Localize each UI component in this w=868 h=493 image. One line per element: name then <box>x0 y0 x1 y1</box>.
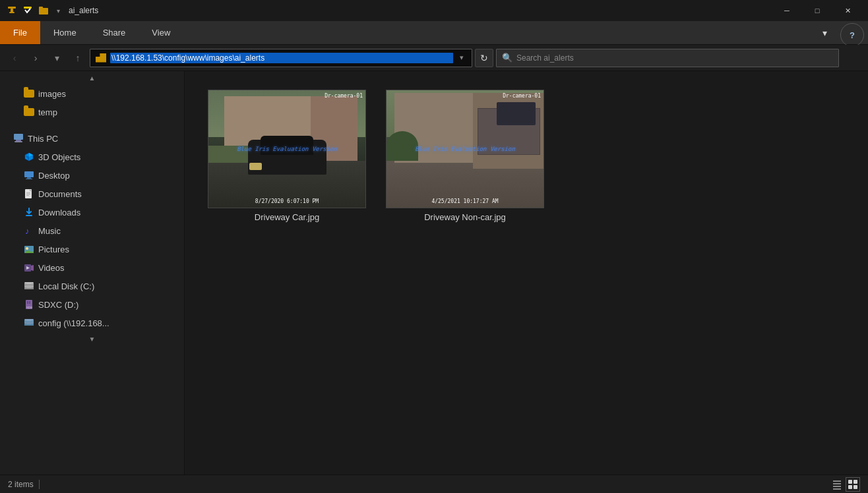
svg-rect-7 <box>16 140 21 141</box>
svg-rect-5 <box>39 7 43 9</box>
svg-rect-6 <box>14 134 23 140</box>
sdxc-icon: SDXC <box>24 299 34 310</box>
svg-rect-46 <box>853 480 857 484</box>
downloads-icon <box>24 207 34 218</box>
status-bar: 2 items <box>0 475 868 493</box>
folder-images-icon <box>24 88 34 99</box>
svg-rect-13 <box>27 177 31 179</box>
folder-icon[interactable] <box>37 4 50 17</box>
music-icon: ♪ <box>24 225 34 236</box>
address-text: \\192.168.1.53\config\www\images\ai_aler… <box>110 53 453 63</box>
refresh-button[interactable]: ↻ <box>475 49 493 67</box>
tab-home[interactable]: Home <box>40 21 90 44</box>
check-icon[interactable] <box>21 4 34 17</box>
sidebar-item-thispc[interactable]: This PC <box>0 129 184 148</box>
sidebar-item-temp[interactable]: temp <box>0 103 184 121</box>
svg-text:SDXC: SDXC <box>26 306 32 309</box>
tab-view[interactable]: View <box>139 21 183 44</box>
minimize-button[interactable]: ─ <box>772 0 802 21</box>
search-icon: 🔍 <box>502 53 512 63</box>
sidebar-item-sdxc[interactable]: SDXC SDXC (D:) <box>0 295 184 314</box>
3d-objects-icon <box>24 152 34 162</box>
window-title: ai_alerts <box>69 6 766 15</box>
tab-share[interactable]: Share <box>90 21 139 44</box>
timestamp-noncar: 4/25/2021 10:17:27 AM <box>431 198 498 204</box>
corner-label-car: Dr-camera-01 <box>325 93 363 99</box>
file-grid: Blue Iris Evaluation Version 8/27/2020 6… <box>198 78 855 234</box>
ribbon-help-button[interactable]: ? <box>840 23 864 47</box>
svg-rect-16 <box>26 192 30 193</box>
sidebar-item-documents[interactable]: Documents <box>0 185 184 203</box>
view-large-icons-button[interactable] <box>846 477 860 492</box>
folder-address-icon <box>96 53 106 63</box>
sidebar-item-music[interactable]: ♪ Music <box>0 221 184 240</box>
svg-rect-14 <box>26 179 32 179</box>
maximize-button[interactable]: □ <box>802 0 832 21</box>
svg-point-39 <box>24 322 34 324</box>
pin-icon[interactable] <box>5 4 18 17</box>
ribbon: File Home Share View ▾ ? <box>0 21 868 45</box>
timestamp-car: 8/27/2020 6:07:10 PM <box>255 198 319 204</box>
forward-button[interactable]: › <box>26 49 45 67</box>
folder-temp-icon <box>24 107 34 117</box>
sidebar: ▲ images temp This PC <box>0 71 185 475</box>
scroll-down-indicator[interactable]: ▼ <box>0 332 184 345</box>
title-dropdown-arrow[interactable]: ▾ <box>53 5 63 16</box>
svg-rect-34 <box>29 301 30 304</box>
documents-icon <box>24 188 34 199</box>
sidebar-item-config[interactable]: config (\\192.168... <box>0 314 184 332</box>
file-item-driveway-car[interactable]: Blue Iris Evaluation Version 8/27/2020 6… <box>204 84 369 227</box>
search-placeholder: Search ai_alerts <box>516 53 574 63</box>
filename-driveway-noncar: Driveway Non-car.jpg <box>424 212 506 222</box>
svg-rect-17 <box>26 194 30 194</box>
title-bar-icons: ▾ <box>5 4 63 17</box>
sidebar-item-videos[interactable]: Videos <box>0 258 184 277</box>
up-button[interactable]: ↑ <box>69 49 87 67</box>
svg-rect-33 <box>27 301 28 304</box>
sidebar-item-3dobjects[interactable]: 3D Objects <box>0 148 184 166</box>
svg-rect-18 <box>26 195 29 196</box>
search-bar[interactable]: 🔍 Search ai_alerts <box>496 49 839 67</box>
sidebar-item-images[interactable]: images <box>0 84 184 103</box>
svg-rect-8 <box>15 141 22 142</box>
ribbon-chevron-icon[interactable]: ▾ <box>813 21 836 44</box>
status-divider <box>39 480 40 489</box>
sidebar-item-localdisk[interactable]: Local Disk (C:) <box>0 277 184 295</box>
title-bar: ▾ ai_alerts ─ □ ✕ <box>0 0 868 21</box>
address-bar[interactable]: \\192.168.1.53\config\www\images\ai_aler… <box>90 49 472 67</box>
thumbnail-driveway-noncar: Blue Iris Evaluation Version 4/25/2021 1… <box>386 90 544 208</box>
scroll-up-indicator[interactable]: ▲ <box>0 71 184 84</box>
pictures-icon <box>24 244 34 254</box>
content-area: Blue Iris Evaluation Version 8/27/2020 6… <box>185 71 868 475</box>
svg-rect-19 <box>26 215 32 216</box>
svg-rect-2 <box>9 12 15 13</box>
sidebar-item-desktop[interactable]: Desktop <box>0 166 184 185</box>
file-item-driveway-noncar[interactable]: Blue Iris Evaluation Version 4/25/2021 1… <box>383 84 547 227</box>
tab-file[interactable]: File <box>0 21 40 44</box>
close-button[interactable]: ✕ <box>832 0 863 21</box>
filename-driveway-car: Driveway Car.jpg <box>255 212 319 222</box>
recent-locations-button[interactable]: ▾ <box>47 49 66 67</box>
svg-rect-47 <box>848 485 852 489</box>
view-icons <box>830 477 860 492</box>
navigation-bar: ‹ › ▾ ↑ \\192.168.1.53\config\www\images… <box>0 45 868 71</box>
sidebar-spacer <box>0 121 184 129</box>
svg-rect-0 <box>8 7 16 9</box>
sidebar-item-pictures[interactable]: Pictures <box>0 240 184 258</box>
sidebar-item-downloads[interactable]: Downloads <box>0 203 184 221</box>
window-controls: ─ □ ✕ <box>772 0 863 21</box>
view-details-button[interactable] <box>830 477 844 492</box>
svg-rect-42 <box>833 483 841 484</box>
this-pc-icon <box>13 133 24 144</box>
address-dropdown-button[interactable]: ▾ <box>457 53 466 62</box>
videos-icon <box>24 262 34 273</box>
svg-rect-45 <box>848 480 852 484</box>
desktop-icon <box>24 170 34 181</box>
svg-marker-25 <box>31 265 34 271</box>
overlay-text-car: Blue Iris Evaluation Version <box>237 146 337 152</box>
back-button[interactable]: ‹ <box>5 49 24 67</box>
svg-rect-12 <box>24 171 34 177</box>
local-disk-icon <box>24 281 34 291</box>
network-drive-icon <box>24 318 34 328</box>
thumbnail-driveway-car: Blue Iris Evaluation Version 8/27/2020 6… <box>208 90 366 208</box>
